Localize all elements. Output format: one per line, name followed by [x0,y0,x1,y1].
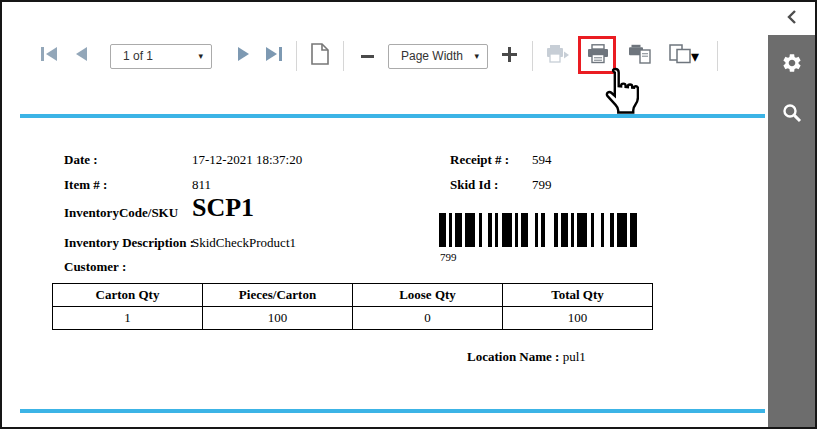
column-header: Carton Qty [53,284,203,307]
page-number-value: 1 of 1 [123,49,153,63]
skid-id-value: 799 [532,177,552,193]
column-header: Pieces/Carton [203,284,353,307]
date-value: 17-12-2021 18:37:20 [192,152,302,168]
page-top-edge [20,114,765,118]
page-bottom-edge [20,409,765,413]
item-value: 811 [192,177,211,193]
report-viewer-window: 1 of 1 ▾ Page Width ▾ [0,0,817,429]
inventory-description-label: Inventory Description : [64,235,194,251]
side-toolbar [768,35,815,427]
previous-page-icon [75,47,88,65]
export-button[interactable] [545,41,571,71]
next-page-icon [237,47,250,65]
quantity-table: Carton Qty Pieces/Carton Loose Qty Total… [52,283,653,330]
hand-cursor [599,66,639,114]
export-icon [546,44,570,68]
next-page-button[interactable] [230,41,256,71]
chevron-left-icon [786,9,798,29]
print-icon [587,44,609,68]
inventory-description-value: SkidCheckProduct1 [192,235,296,251]
last-page-button[interactable] [260,41,286,71]
minus-icon [361,55,374,58]
table-cell: 0 [353,307,503,330]
search-icon [781,102,803,128]
single-page-view-button[interactable] [307,41,333,71]
page-icon [311,43,329,69]
toolbar-separator [296,41,297,71]
column-header: Total Qty [503,284,653,307]
zoom-in-button[interactable] [496,41,522,71]
sku-label: InventoryCode/SKU [64,205,178,221]
zoom-out-button[interactable] [354,41,380,71]
barcode-value: 799 [440,251,457,263]
zoom-select[interactable]: Page Width ▾ [388,44,488,69]
table-cell: 1 [53,307,203,330]
column-header: Loose Qty [353,284,503,307]
export-options-button[interactable]: ▾ [667,41,701,71]
table-cell: 100 [203,307,353,330]
caret-down-icon: ▾ [691,47,699,66]
collapse-panel-button[interactable] [768,2,815,35]
table-cell: 100 [503,307,653,330]
toolbar-separator [717,41,718,71]
zoom-value: Page Width [401,49,463,63]
receipt-value: 594 [532,152,552,168]
first-page-icon [41,47,58,65]
search-button[interactable] [777,100,807,130]
last-page-icon [265,47,282,65]
previous-page-button[interactable] [68,41,94,71]
caret-down-icon: ▾ [198,51,203,61]
toolbar-separator [343,41,344,71]
item-label: Item # : [64,177,107,193]
print-layout-icon [628,44,652,68]
sku-value: SCP1 [192,193,254,223]
page-number-select[interactable]: 1 of 1 ▾ [110,44,212,69]
table-header-row: Carton Qty Pieces/Carton Loose Qty Total… [53,284,653,307]
skid-id-label: Skid Id : [450,177,498,193]
caret-down-icon: ▾ [474,51,479,61]
table-row: 1 100 0 100 [53,307,653,330]
customer-label: Customer : [64,259,126,275]
first-page-button[interactable] [36,41,62,71]
date-label: Date : [64,152,98,168]
settings-button[interactable] [777,50,807,80]
gear-icon [781,52,803,78]
location-value: pul1 [563,349,586,364]
location-label: Location Name : [467,349,559,364]
receipt-label: Receipt # : [450,152,509,168]
plus-icon [502,47,517,66]
location-name: Location Name : pul1 [467,349,586,365]
toolbar-separator [532,41,533,71]
barcode [439,213,637,247]
export-options-icon [669,44,691,68]
